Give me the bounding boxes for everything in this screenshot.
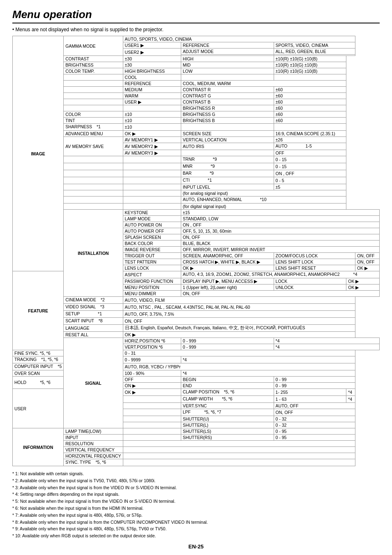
- password-func-val: DISPLAY INPUT ▶, MENU ACCESS ▶: [181, 278, 274, 284]
- lamp-mode-label: LAMP MODE: [123, 216, 181, 222]
- begin-label: BEGIN: [181, 377, 274, 383]
- lock-label: LOCK: [274, 278, 346, 284]
- low-label: LOW: [181, 68, 274, 74]
- mid-label: MID: [181, 62, 274, 68]
- av-memory3-label: AV MEMORY3 ▶: [123, 150, 181, 156]
- clamp-width-val: 1 - 63: [274, 396, 346, 403]
- high-brightness-label: HIGH BRIGHTNESS: [123, 68, 181, 74]
- hold-label: HOLD *5, *6: [13, 377, 64, 389]
- reference-values: SPORTS, VIDEO, CINEMA: [274, 42, 355, 49]
- trnr-val: 0 - 15: [274, 156, 346, 163]
- contrast-label: CONTRAST: [64, 56, 123, 62]
- installation-section-label: INSTALLATION: [64, 210, 123, 297]
- signal-section-label: SIGNAL: [64, 338, 123, 428]
- color-val: ±10: [123, 111, 181, 118]
- fine-sync-label: FINE SYNC. *5, *6: [13, 350, 64, 356]
- shutter-ls-label: SHUTTER(LS): [181, 428, 274, 435]
- bar-val: ON , OFF: [274, 170, 346, 177]
- lens-shift-reset-val: OK ▶: [355, 265, 379, 271]
- vertical-freq-label: VERTICAL FREQUENCY: [64, 447, 123, 453]
- vert-sync-val: AUTO, OFF: [274, 403, 355, 409]
- zoom-focus-lock-val: ON, OFF: [355, 253, 379, 259]
- auto-power-off-label: AUTO POWER OFF: [123, 228, 181, 234]
- reference2-values: COOL, MEDIUM, WARM: [181, 81, 346, 87]
- auto-power-on-label: AUTO POWER ON: [123, 222, 181, 228]
- keystone-val: ±15: [181, 210, 379, 216]
- tracking-val: 0 - 9999: [123, 356, 181, 363]
- shutter-u-label: SHUTTER(U): [181, 416, 274, 422]
- back-color-label: BACK COLOR: [123, 240, 181, 247]
- contrast-r-val: ±60: [274, 87, 346, 93]
- screen-size-val: 16:9, CINEMA SCOPE (2.35:1): [274, 131, 346, 137]
- adjust-mode-label: ADJUST MODE: [181, 49, 274, 55]
- menu-position-val: 1 (Upper left), 2(Lower right): [181, 284, 274, 291]
- user-ok-val: OK ▶: [123, 389, 181, 396]
- footnote-4: * 4: Setting range differs depending on …: [12, 491, 380, 498]
- gamma-mode-values: AUTO, SPORTS, VIDEO, CINEMA: [123, 36, 355, 42]
- cti-val: 0 - 5: [274, 177, 346, 184]
- image-reverse-val: OFF, MIRROR, INVERT, MIRROR INVERT: [181, 247, 379, 253]
- reference2-label: REFERENCE: [123, 81, 181, 87]
- tint-label: TINT: [64, 118, 123, 124]
- medium-label: MEDIUM: [123, 87, 181, 93]
- adjust-mode-values: ALL, RED, GREEN, BLUE: [274, 49, 355, 55]
- contrast-g-label: CONTRAST G: [181, 93, 274, 99]
- footnote-1: * 1: Not available with certain signals.: [12, 470, 380, 477]
- lens-shift-lock-val: ON, OFF: [355, 259, 379, 265]
- lens-lock-val: OK ▶: [181, 265, 274, 271]
- user-label-signal: USER: [13, 389, 64, 428]
- intro-text: Menus are not displayed when no signal i…: [12, 27, 380, 32]
- horiz-pos-label: HORIZ.POSITION *6: [123, 338, 181, 344]
- auto-power-on-val: ON , OFF: [181, 222, 379, 228]
- vert-sync-label: VERT.SYNC: [181, 403, 274, 409]
- menu-position-label: MENU POSITION: [123, 284, 181, 291]
- trigger-out-val: SCREEN, ANAMORPHIC, OFF: [181, 253, 274, 259]
- user-label: USER ▶: [123, 99, 181, 105]
- feature-section-label: FEATURE: [13, 271, 64, 350]
- horizontal-freq-label: HORIZONTAL FREQUENCY: [64, 453, 123, 459]
- tint-val: ±10: [123, 118, 181, 124]
- color-temp-label: COLOR TEMP.: [64, 68, 123, 74]
- shutter-l-label: SHUTTER(L): [181, 422, 274, 428]
- mnr-label: MNR *9: [181, 163, 274, 170]
- analog-input-note: (for analog signal input): [181, 190, 346, 197]
- lpf-label: LPF *5, *6, *7: [181, 409, 274, 416]
- digital-input-note: AUTO, ENHANCED, NORMAL *10: [181, 197, 346, 204]
- sharpness-label: SHARPNESS *1: [64, 124, 123, 131]
- menu-dimmer-label: MENU DIMMER: [123, 291, 181, 297]
- horiz-pos-val: 0 - 999: [181, 338, 274, 344]
- advanced-menu-val: OK ▶: [123, 131, 181, 137]
- screen-size-label: SCREEN SIZE: [181, 131, 274, 137]
- mid-val: ±10(R) ±10(G) ±10(B): [274, 62, 346, 68]
- over-scan-note: *4: [181, 370, 355, 377]
- auto-iris-label: AUTO IRIS: [181, 143, 274, 150]
- unlock-val: OK ▶: [346, 284, 380, 291]
- lens-shift-reset-label: LENS SHIFT RESET: [274, 265, 355, 271]
- brightness-b-label: BRIGHTNESS B: [181, 118, 274, 124]
- vert-pos-note: *4: [274, 344, 379, 350]
- over-scan-val: 100 - 90%: [123, 370, 181, 377]
- horiz-pos-note: *4: [274, 338, 379, 344]
- test-pattern-val: CROSS HATCH ▶, WHITE ▶, BLACK ▶: [181, 259, 274, 265]
- av-memory1-label: AV MEMORY1 ▶: [123, 137, 181, 143]
- setup-val: AUTO, OFF, 3.75%, 7.5%: [123, 311, 355, 318]
- footnote-2: * 2: Available only when the input signa…: [12, 477, 380, 484]
- contrast-g-val: ±60: [274, 93, 346, 99]
- av-memory2-label: AV MEMORY2 ▶: [123, 143, 181, 150]
- input-level-label: INPUT LEVEL: [181, 184, 274, 190]
- vertical-location-val: ±26: [274, 137, 346, 143]
- clamp-position-note: *4: [346, 389, 355, 396]
- scart-input-label: SCART INPUT *8: [64, 318, 123, 325]
- av-memory-save-label: AV MEMORY SAVE: [64, 137, 123, 156]
- gamma-mode-label: GAMMA MODE: [64, 36, 123, 56]
- lamp-mode-val: STANDARD, LOW: [181, 216, 379, 222]
- hold-on-val: ON ▶: [123, 383, 181, 389]
- low-val: ±10(R) ±10(G) ±10(B): [274, 68, 346, 74]
- test-pattern-label: TEST PATTERN: [123, 259, 181, 265]
- image-section-label: IMAGE: [13, 36, 64, 271]
- keystone-label: KEYSTONE: [123, 210, 181, 216]
- lamp-time-label: LAMP TIME(LOW): [64, 428, 123, 435]
- contrast-b-val: ±60: [274, 99, 346, 105]
- off-label: OFF: [274, 150, 346, 156]
- back-color-val: BLUE, BLACK: [181, 240, 379, 247]
